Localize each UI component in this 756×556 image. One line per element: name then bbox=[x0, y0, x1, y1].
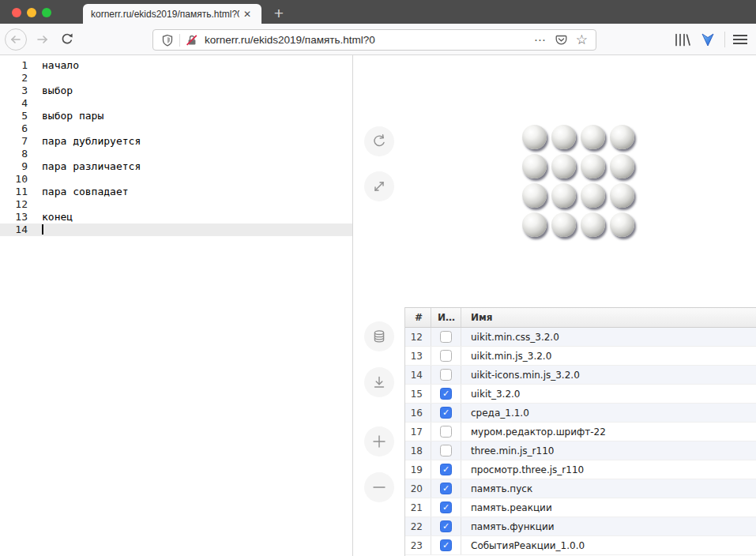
sphere[interactable] bbox=[551, 125, 576, 149]
file-name: uikit_3.2.0 bbox=[461, 389, 756, 400]
table-row[interactable]: 17муром.редактор.шрифт-22 bbox=[405, 423, 756, 441]
sphere[interactable] bbox=[581, 212, 605, 237]
sphere[interactable] bbox=[551, 154, 576, 178]
sphere[interactable] bbox=[522, 125, 547, 149]
editor-line[interactable]: 14 bbox=[0, 224, 352, 236]
used-checkbox[interactable]: ✓ bbox=[440, 483, 452, 494]
table-row[interactable]: 20✓память.пуск bbox=[405, 479, 756, 498]
sphere[interactable] bbox=[522, 212, 547, 237]
table-row[interactable]: 14uikit-icons.min.js_3.2.0 bbox=[405, 366, 756, 385]
line-text: пара дублируется bbox=[42, 135, 141, 147]
line-number: 14 bbox=[0, 224, 28, 236]
sphere[interactable] bbox=[581, 125, 605, 149]
used-checkbox[interactable] bbox=[440, 369, 452, 381]
line-text: конец bbox=[42, 211, 73, 223]
reload-button[interactable] bbox=[60, 32, 74, 47]
tracking-protection-shield-icon[interactable] bbox=[161, 34, 174, 47]
editor-line[interactable]: 4 bbox=[0, 97, 352, 110]
header-used[interactable]: И… bbox=[431, 308, 461, 327]
forward-arrow-icon bbox=[35, 32, 51, 47]
new-tab-button[interactable]: + bbox=[269, 3, 289, 24]
table-row[interactable]: 22✓память.функции bbox=[405, 517, 756, 536]
sphere[interactable] bbox=[551, 183, 576, 208]
editor-line[interactable]: 6 bbox=[0, 122, 352, 135]
editor-line[interactable]: 8 bbox=[0, 148, 352, 160]
insecure-connection-icon[interactable] bbox=[186, 34, 198, 47]
line-number: 10 bbox=[0, 173, 28, 186]
editor-line[interactable]: 3выбор bbox=[0, 85, 352, 97]
editor-line[interactable]: 1начало bbox=[0, 59, 352, 72]
extension-icon[interactable] bbox=[701, 32, 715, 47]
row-index: 14 bbox=[405, 366, 431, 384]
header-name[interactable]: Имя bbox=[461, 312, 756, 323]
row-index: 18 bbox=[405, 441, 431, 460]
active-tab[interactable]: kornerr.ru/ekids2019/память.html?0 ✕ bbox=[83, 4, 261, 24]
download-icon bbox=[370, 374, 388, 391]
table-row[interactable]: 16✓среда_1.1.0 bbox=[405, 404, 756, 423]
editor-line[interactable]: 7пара дублируется bbox=[0, 135, 352, 148]
table-row[interactable]: 19✓просмотр.three.js_r110 bbox=[405, 460, 756, 479]
used-checkbox[interactable]: ✓ bbox=[440, 407, 452, 419]
row-index: 15 bbox=[405, 385, 431, 403]
zoom-window-button[interactable] bbox=[42, 8, 51, 17]
editor-line[interactable]: 11пара совпадает bbox=[0, 186, 352, 198]
used-checkbox[interactable]: ✓ bbox=[440, 539, 452, 551]
sphere[interactable] bbox=[522, 183, 547, 208]
minimize-window-button[interactable] bbox=[27, 8, 36, 17]
fullscreen-button[interactable] bbox=[364, 171, 394, 201]
navigation-toolbar: kornerr.ru/ekids2019/память.html?0 ⋯ ☆ bbox=[0, 24, 756, 55]
forward-button[interactable] bbox=[35, 32, 51, 47]
storage-button[interactable] bbox=[364, 321, 394, 351]
sphere[interactable] bbox=[581, 154, 605, 178]
used-checkbox[interactable] bbox=[440, 331, 452, 343]
used-checkbox[interactable]: ✓ bbox=[440, 502, 452, 513]
sphere[interactable] bbox=[551, 212, 576, 237]
menu-icon[interactable] bbox=[733, 35, 747, 44]
back-button[interactable] bbox=[5, 28, 27, 51]
editor-line[interactable]: 2 bbox=[0, 72, 352, 85]
sphere[interactable] bbox=[522, 154, 547, 178]
table-row[interactable]: 23✓СобытияРеакции_1.0.0 bbox=[405, 536, 756, 555]
sphere[interactable] bbox=[610, 125, 634, 149]
editor-line[interactable]: 12 bbox=[0, 198, 352, 211]
used-checkbox[interactable]: ✓ bbox=[440, 520, 452, 532]
sphere[interactable] bbox=[581, 183, 605, 208]
editor-line[interactable]: 9пара различается bbox=[0, 160, 352, 173]
tab-close-icon[interactable]: ✕ bbox=[239, 9, 255, 20]
used-checkbox[interactable]: ✓ bbox=[440, 388, 452, 400]
table-row[interactable]: 18three.min.js_r110 bbox=[405, 441, 756, 460]
scene-viewport[interactable] bbox=[404, 55, 756, 307]
close-window-button[interactable] bbox=[12, 8, 21, 17]
editor-line[interactable]: 10 bbox=[0, 173, 352, 186]
file-name: uikit-icons.min.js_3.2.0 bbox=[461, 370, 756, 381]
table-row[interactable]: 13uikit.min.js_3.2.0 bbox=[405, 347, 756, 366]
used-checkbox[interactable] bbox=[440, 426, 452, 438]
table-row[interactable]: 12uikit.min.css_3.2.0 bbox=[405, 328, 756, 347]
file-name: память.функции bbox=[461, 521, 756, 532]
url-text[interactable]: kornerr.ru/ekids2019/память.html?0 bbox=[205, 34, 528, 46]
sphere[interactable] bbox=[610, 183, 634, 208]
sphere[interactable] bbox=[610, 154, 634, 178]
line-number: 6 bbox=[0, 122, 28, 135]
editor-line[interactable]: 13конец bbox=[0, 211, 352, 224]
table-row[interactable]: 21✓память.реакции bbox=[405, 498, 756, 517]
download-button[interactable] bbox=[364, 367, 394, 397]
row-index: 17 bbox=[405, 423, 431, 441]
sphere[interactable] bbox=[610, 212, 634, 237]
code-editor[interactable]: 1начало23выбор45выбор пары67пара дублиру… bbox=[0, 55, 353, 556]
library-icon[interactable] bbox=[674, 33, 691, 47]
page-actions-icon[interactable]: ⋯ bbox=[534, 33, 547, 47]
used-checkbox[interactable] bbox=[440, 350, 452, 362]
remove-button[interactable] bbox=[364, 472, 394, 502]
restart-button[interactable] bbox=[364, 126, 394, 156]
used-checkbox[interactable]: ✓ bbox=[440, 464, 452, 475]
header-index[interactable]: # bbox=[405, 308, 431, 327]
editor-line[interactable]: 5выбор пары bbox=[0, 110, 352, 122]
url-bar[interactable]: kornerr.ru/ekids2019/память.html?0 ⋯ ☆ bbox=[152, 29, 596, 51]
used-checkbox[interactable] bbox=[440, 445, 452, 456]
pocket-icon[interactable] bbox=[555, 33, 568, 47]
add-button[interactable] bbox=[364, 426, 394, 456]
table-row[interactable]: 15✓uikit_3.2.0 bbox=[405, 385, 756, 404]
line-text: начало bbox=[42, 59, 79, 71]
bookmark-star-icon[interactable]: ☆ bbox=[576, 33, 588, 47]
